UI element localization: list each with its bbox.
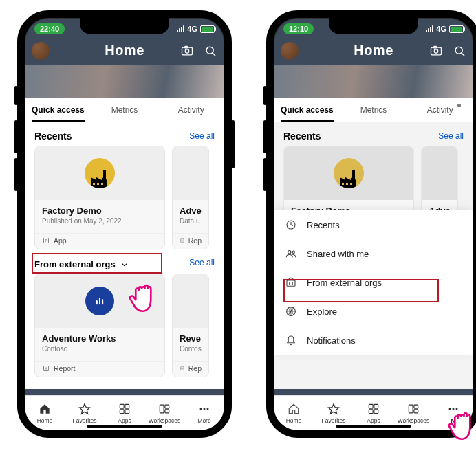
star-icon (327, 402, 340, 416)
clock-icon (285, 219, 297, 231)
card-sub: Published on May 2, 2022 (42, 217, 158, 225)
sheet-notifications[interactable]: Notifications (274, 326, 473, 355)
people-icon (285, 247, 297, 260)
signal-icon (426, 25, 433, 32)
card-sub: Data u (180, 217, 202, 225)
right-phone-container: 12:10 4G ⚡ Home Quick access Metrics Act… (266, 10, 476, 438)
explore-icon (285, 305, 297, 318)
tab-activity[interactable]: Activity (158, 98, 224, 122)
report-type-icon (180, 236, 185, 245)
more-menu-sheet: Recents Shared with me From external org… (274, 210, 473, 355)
recent-card[interactable]: Factory Demo Published on May 2, 2022 Ap… (34, 146, 165, 249)
card-name: Adve (180, 206, 202, 216)
card-type: App (54, 236, 67, 245)
report-type-icon (180, 364, 185, 373)
signal-icon (177, 25, 184, 32)
external-card[interactable]: Adventure Works Contoso Report (34, 274, 165, 377)
status-network: 4G (187, 25, 197, 33)
external-see-all[interactable]: See all (189, 258, 215, 267)
app-header: Home (274, 38, 473, 65)
battery-icon: ⚡ (449, 25, 464, 33)
avatar[interactable] (32, 42, 50, 60)
home-indicator[interactable] (87, 425, 162, 428)
tab-quick-access[interactable]: Quick access (274, 98, 340, 122)
sheet-shared[interactable]: Shared with me (274, 239, 473, 268)
home-icon (38, 402, 52, 416)
workspaces-icon (407, 402, 420, 416)
apps-icon (118, 402, 131, 416)
external-orgs-header[interactable]: From external orgs (25, 251, 139, 274)
tab-bar: Quick access Metrics Activity (274, 98, 473, 122)
notch (329, 18, 418, 34)
search-icon[interactable] (204, 44, 217, 58)
card-sub: Contoso (42, 345, 158, 353)
home-indicator[interactable] (336, 425, 411, 428)
factory-icon (334, 158, 364, 188)
recents-see-all[interactable]: See all (189, 131, 215, 141)
banner-image (25, 65, 224, 98)
nav-more[interactable]: More (184, 396, 224, 430)
app-type-icon (42, 236, 50, 245)
card-type: Rep (188, 364, 202, 373)
status-network: 4G (436, 25, 446, 33)
home-icon (287, 402, 301, 416)
org-icon (285, 276, 297, 289)
camera-icon[interactable] (429, 44, 443, 58)
page-title: Home (105, 43, 144, 58)
svg-rect-31 (93, 183, 95, 185)
card-type: Report (54, 364, 76, 373)
recents-see-all[interactable]: See all (438, 131, 464, 141)
nav-more[interactable]: M (433, 396, 473, 430)
svg-rect-38 (342, 183, 344, 185)
recent-card-partial[interactable]: Adve Data u Rep (172, 146, 209, 249)
tab-bar: Quick access Metrics Activity (25, 98, 224, 122)
right-phone: 12:10 4G ⚡ Home Quick access Metrics Act… (266, 10, 476, 438)
search-icon[interactable] (453, 44, 466, 58)
external-card-partial[interactable]: Reve Contos Rep (172, 274, 209, 377)
svg-rect-33 (101, 183, 103, 185)
sheet-external-orgs[interactable]: From external orgs (274, 268, 473, 297)
chevron-down-icon (120, 260, 129, 269)
status-time: 22:40 (34, 23, 65, 34)
card-name: Factory Demo (42, 206, 158, 216)
sheet-explore[interactable]: Explore (274, 297, 473, 326)
chart-icon (85, 287, 114, 315)
left-phone: 22:40 4G ⚡ Home Quick access Metrics Act… (17, 10, 232, 438)
tab-metrics[interactable]: Metrics (91, 98, 158, 122)
nav-home[interactable]: Home (274, 396, 314, 430)
status-time: 12:10 (283, 23, 314, 34)
svg-rect-37 (352, 170, 355, 179)
more-icon (446, 402, 460, 416)
app-header: Home (25, 38, 224, 65)
battery-icon: ⚡ (200, 25, 215, 33)
external-orgs-label: From external orgs (34, 259, 116, 269)
svg-rect-32 (97, 183, 99, 185)
svg-rect-30 (103, 170, 106, 179)
svg-rect-39 (346, 183, 348, 185)
factory-icon (85, 158, 115, 188)
card-name: Adventure Works (42, 333, 158, 344)
avatar[interactable] (281, 42, 299, 60)
bell-icon (285, 334, 297, 346)
recents-title: Recents (34, 131, 72, 142)
apps-icon (367, 402, 380, 416)
card-sub: Contos (180, 345, 202, 353)
left-phone-container: 22:40 4G ⚡ Home Quick access Metrics Act… (17, 10, 232, 438)
nav-home[interactable]: Home (25, 396, 65, 430)
sheet-recents[interactable]: Recents (274, 210, 473, 239)
page-title: Home (354, 43, 393, 58)
tab-quick-access[interactable]: Quick access (25, 98, 91, 122)
more-icon (197, 402, 211, 416)
star-icon (78, 402, 91, 416)
recents-title: Recents (283, 131, 321, 142)
card-type: Rep (188, 236, 202, 245)
notch (80, 18, 169, 34)
banner-image (274, 65, 473, 98)
tab-metrics[interactable]: Metrics (340, 98, 407, 122)
tab-activity[interactable]: Activity (407, 98, 473, 122)
workspaces-icon (158, 402, 171, 416)
camera-icon[interactable] (180, 44, 194, 58)
report-type-icon (42, 364, 50, 373)
card-name: Reve (180, 333, 202, 344)
svg-rect-40 (350, 183, 352, 185)
